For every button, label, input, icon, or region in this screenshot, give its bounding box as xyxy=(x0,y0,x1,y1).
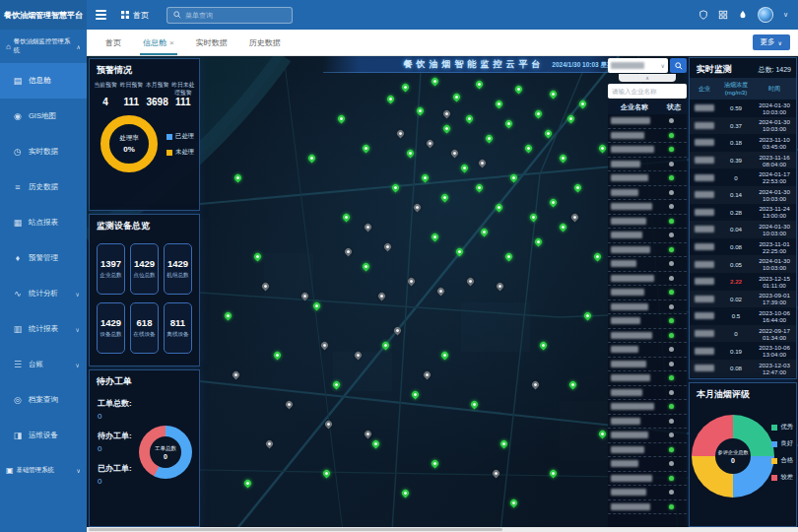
company-row[interactable] xyxy=(608,415,687,430)
map-pin-offline[interactable] xyxy=(407,277,417,287)
company-row[interactable] xyxy=(608,158,687,172)
map-pin-offline[interactable] xyxy=(492,469,501,479)
map-pin-online[interactable] xyxy=(332,380,342,390)
map-pin-online[interactable] xyxy=(342,213,352,223)
map-pin-online[interactable] xyxy=(401,489,411,499)
menu-toggle-icon[interactable] xyxy=(96,10,106,20)
collapse-toggle[interactable]: ∧ xyxy=(619,74,676,82)
map-pin-online[interactable] xyxy=(514,85,524,95)
map-pin-offline[interactable] xyxy=(265,439,275,449)
map-pin-offline[interactable] xyxy=(324,420,334,430)
map-pin-online[interactable] xyxy=(465,114,475,124)
map-pin-offline[interactable] xyxy=(396,129,406,139)
map-pin-offline[interactable] xyxy=(531,380,541,390)
map-pin-online[interactable] xyxy=(593,252,603,262)
map-pin-online[interactable] xyxy=(573,183,583,193)
sidebar-item-ops-devices[interactable]: ◨运维设备 xyxy=(0,418,87,453)
map-pin-offline[interactable] xyxy=(364,430,373,439)
map-pin-online[interactable] xyxy=(431,459,440,469)
map-pin-online[interactable] xyxy=(440,351,450,361)
menu-search-input[interactable] xyxy=(185,12,286,19)
menu-search[interactable] xyxy=(166,7,293,24)
map-pin-online[interactable] xyxy=(544,129,554,139)
map-pin-online[interactable] xyxy=(401,83,411,93)
map-pin-online[interactable] xyxy=(566,114,576,124)
company-filter-select[interactable]: ∨ xyxy=(608,58,668,73)
map-pin-online[interactable] xyxy=(583,311,593,321)
sidebar-item-ledger[interactable]: ☰台账∨ xyxy=(0,347,87,382)
map-pin-online[interactable] xyxy=(504,252,514,262)
shield-icon[interactable] xyxy=(698,10,708,20)
map-pin-online[interactable] xyxy=(391,183,401,193)
map-pin-offline[interactable] xyxy=(320,341,330,351)
map-pin-offline[interactable] xyxy=(423,370,432,380)
map-pin-online[interactable] xyxy=(475,80,485,90)
map-pin-online[interactable] xyxy=(495,203,504,213)
map-pin-online[interactable] xyxy=(386,95,396,104)
sidebar-section-base-system[interactable]: ▣ 基础管理系统 ∨ xyxy=(0,453,87,487)
map-pin-online[interactable] xyxy=(452,93,462,102)
map-pin-online[interactable] xyxy=(549,469,559,479)
map-pin-online[interactable] xyxy=(470,400,480,410)
map-pin-online[interactable] xyxy=(312,301,322,311)
company-row[interactable] xyxy=(608,486,687,500)
map-pin-offline[interactable] xyxy=(426,139,435,149)
map-pin-online[interactable] xyxy=(421,173,431,183)
map-pin-online[interactable] xyxy=(322,469,332,479)
map-pin-online[interactable] xyxy=(475,183,485,193)
company-row[interactable] xyxy=(608,186,687,201)
tab-realtime-data[interactable]: 实时数据 xyxy=(185,30,238,55)
company-row[interactable] xyxy=(608,386,687,401)
map-pin-online[interactable] xyxy=(442,124,452,134)
sidebar-item-gis-map[interactable]: ◉GIS地图 xyxy=(0,99,87,134)
map-pin-offline[interactable] xyxy=(377,292,387,301)
sidebar-item-site-report[interactable]: ▦站点报表 xyxy=(0,205,87,240)
company-row[interactable] xyxy=(608,343,687,358)
company-row[interactable] xyxy=(608,143,687,158)
map-pin-offline[interactable] xyxy=(300,292,310,301)
map-pin-online[interactable] xyxy=(549,90,559,100)
map-pin-offline[interactable] xyxy=(364,223,373,233)
sidebar-item-alarm-mgmt[interactable]: ♦预警管理 xyxy=(0,240,87,276)
company-row[interactable] xyxy=(608,314,687,329)
close-icon[interactable]: × xyxy=(169,38,174,47)
map-pin-online[interactable] xyxy=(529,213,539,223)
tab-home[interactable]: 首页 xyxy=(95,30,132,55)
map-pin-online[interactable] xyxy=(578,100,588,109)
company-name-input[interactable] xyxy=(608,84,687,99)
map-pin-offline[interactable] xyxy=(383,242,393,252)
map-pin-online[interactable] xyxy=(485,134,495,144)
map-pin-offline[interactable] xyxy=(393,326,403,336)
map-pin-online[interactable] xyxy=(233,173,243,183)
map-pin-online[interactable] xyxy=(534,237,544,247)
tab-info-cabin[interactable]: 信息舱× xyxy=(132,30,185,55)
map-pin-online[interactable] xyxy=(559,223,568,233)
home-link[interactable]: 首页 xyxy=(121,10,149,21)
map-pin-offline[interactable] xyxy=(344,247,354,257)
map-pin-offline[interactable] xyxy=(436,287,446,297)
map-pin-online[interactable] xyxy=(524,144,534,154)
company-row[interactable] xyxy=(608,215,687,230)
company-row[interactable] xyxy=(608,429,687,443)
map-pin-online[interactable] xyxy=(598,430,608,439)
company-row[interactable] xyxy=(608,400,687,415)
map-pin-offline[interactable] xyxy=(570,213,580,223)
company-row[interactable] xyxy=(608,257,687,272)
flame-icon[interactable] xyxy=(738,10,748,20)
map-pin-online[interactable] xyxy=(253,252,263,262)
company-row[interactable] xyxy=(608,229,687,243)
map-pin-online[interactable] xyxy=(495,100,504,109)
company-row[interactable] xyxy=(608,272,687,287)
map-pin-online[interactable] xyxy=(568,380,578,390)
map-pin-offline[interactable] xyxy=(413,203,423,213)
map-pin-online[interactable] xyxy=(460,164,470,173)
map-pin-online[interactable] xyxy=(539,341,549,351)
company-row[interactable] xyxy=(608,114,687,129)
map-pin-online[interactable] xyxy=(243,479,253,489)
company-row[interactable] xyxy=(608,358,687,372)
sidebar-item-realtime-data[interactable]: ◷实时数据 xyxy=(0,134,87,169)
map-pin-online[interactable] xyxy=(499,439,509,449)
horizontal-scrollbar[interactable] xyxy=(87,527,798,532)
company-row[interactable] xyxy=(608,300,687,315)
sidebar-item-archive-query[interactable]: ◎档案查询 xyxy=(0,382,87,418)
